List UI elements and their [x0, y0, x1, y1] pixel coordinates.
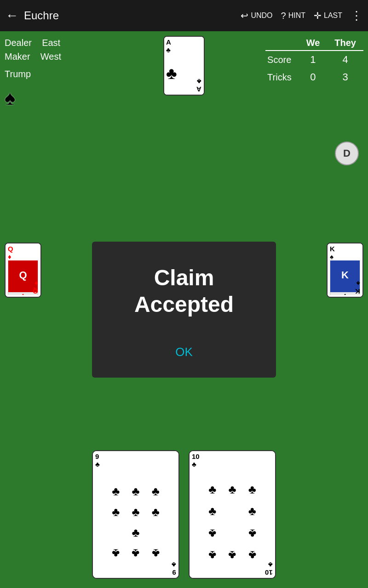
more-button[interactable]: ⋮: [351, 9, 362, 23]
undo-icon: ↩: [241, 10, 248, 21]
app-title: Euchre: [24, 9, 232, 22]
last-icon: ✛: [314, 10, 322, 21]
game-area: Dealer East Maker West Trump ♠ We They: [0, 31, 368, 588]
modal-overlay: Claim Accepted OK: [0, 31, 368, 588]
top-bar: ← Euchre ↩ UNDO ? HINT ✛ LAST ⋮: [0, 0, 368, 31]
modal-title: Claim Accepted: [134, 265, 234, 317]
undo-button[interactable]: ↩ UNDO: [241, 10, 272, 21]
last-button[interactable]: ✛ LAST: [314, 10, 342, 21]
back-button[interactable]: ←: [6, 8, 18, 23]
hint-button[interactable]: ? HINT: [281, 11, 305, 21]
claim-accepted-modal: Claim Accepted OK: [92, 242, 276, 378]
ok-button[interactable]: OK: [161, 340, 207, 364]
hint-icon: ?: [281, 11, 286, 21]
